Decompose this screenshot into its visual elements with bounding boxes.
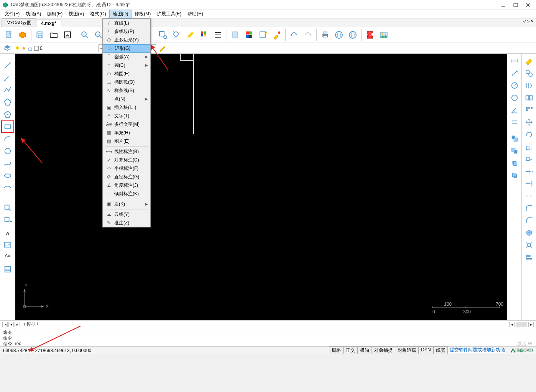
- dim-angle-tool[interactable]: [508, 104, 521, 116]
- drawing-canvas[interactable]: YX 100700 0300: [15, 54, 507, 320]
- feedback-link[interactable]: 提交软件问题或增加新功能: [447, 346, 507, 354]
- add-block-tool[interactable]: +: [1, 214, 14, 226]
- draw-menu-dimdia[interactable]: ⊘直径标注(G): [103, 173, 150, 181]
- new-button[interactable]: [2, 28, 15, 41]
- align-tool[interactable]: [523, 251, 536, 264]
- menu-help[interactable]: 帮助(H): [184, 10, 206, 18]
- save-button[interactable]: [33, 28, 46, 41]
- image-button[interactable]: [377, 28, 390, 41]
- draw-menu-block[interactable]: ▣插入块(I...): [103, 103, 150, 112]
- lineweight-toggle[interactable]: 线宽: [433, 346, 448, 354]
- menu-format[interactable]: 格式(O): [87, 10, 109, 18]
- draw-menu-hatch[interactable]: ▦填充(H): [103, 128, 150, 137]
- zoom-extents-button[interactable]: [170, 28, 183, 41]
- draw-menu-dimobl[interactable]: ⟋倾斜标注(K): [103, 189, 150, 198]
- command-line[interactable]: 命令: 命令: 命令: rec: [0, 328, 536, 346]
- dim-radius-tool[interactable]: [508, 79, 521, 92]
- mirror-tool[interactable]: [523, 79, 536, 92]
- break-tool[interactable]: [523, 190, 536, 202]
- dim-parallel-tool[interactable]: [508, 116, 521, 128]
- mtext-tool[interactable]: A≡: [1, 251, 14, 263]
- move-back-tool[interactable]: [508, 145, 521, 157]
- draw-menu-ellipse[interactable]: ⬭椭圆(E): [103, 69, 150, 78]
- layer-state[interactable]: 0: [15, 46, 43, 51]
- draw-menu-cloud[interactable]: ☁云线(Y): [103, 210, 150, 219]
- eraser-tool[interactable]: [523, 55, 536, 67]
- menu-edit[interactable]: 编辑(E): [44, 10, 66, 18]
- draw-menu-blockk[interactable]: ▣块(K)▶: [103, 200, 150, 208]
- ortho-toggle[interactable]: 正交: [343, 346, 358, 354]
- web2-button[interactable]: [346, 28, 359, 41]
- draw-menu-polyline[interactable]: ⌇多线段(P): [103, 27, 150, 36]
- draw-menu-circle[interactable]: ○圆(C)▶: [103, 61, 150, 69]
- menu-function[interactable]: 功能(A): [23, 10, 44, 18]
- tab-file[interactable]: 4.mxg*: [36, 20, 61, 27]
- draw-menu-mtext[interactable]: A≡多行文字(M): [103, 120, 150, 128]
- trim-tool[interactable]: [523, 165, 536, 178]
- tab-close-icon[interactable]: ✕: [531, 19, 534, 23]
- layers-button[interactable]: [2, 44, 12, 53]
- array-tool[interactable]: [523, 104, 536, 116]
- draw-menu-polygon[interactable]: ⬠正多边形(Y): [103, 36, 150, 44]
- maximize-button[interactable]: [513, 2, 518, 8]
- send-backward-tool[interactable]: [508, 169, 521, 181]
- dim-diameter-tool[interactable]: [508, 92, 521, 104]
- layout-first-button[interactable]: |◂: [2, 322, 8, 327]
- draw-menu-line[interactable]: /直线(L): [103, 19, 150, 27]
- menu-draw[interactable]: 绘图(D): [109, 10, 132, 18]
- circle-tool[interactable]: [1, 145, 14, 157]
- rectangle-tool[interactable]: [1, 120, 14, 133]
- new3d-button[interactable]: [16, 28, 29, 41]
- draw-menu-earc[interactable]: ⌓椭圆弧(O): [103, 78, 150, 86]
- ray-tool[interactable]: [1, 71, 14, 84]
- zoom-window-button[interactable]: [156, 28, 169, 41]
- web-button[interactable]: [332, 28, 345, 41]
- ellipse-tool[interactable]: [1, 170, 14, 182]
- clipboard-button[interactable]: [229, 28, 242, 41]
- layout-prev-button[interactable]: ◂: [8, 322, 14, 327]
- ellipse-arc-tool[interactable]: [1, 182, 14, 194]
- draw-menu-spline[interactable]: ∿样条线(S): [103, 86, 150, 95]
- print-button[interactable]: [319, 28, 332, 41]
- polygon-tool[interactable]: [1, 96, 14, 108]
- hscroll-right[interactable]: ▸: [528, 322, 534, 327]
- offset-tool[interactable]: [523, 92, 536, 104]
- pencil-icon[interactable]: [158, 44, 167, 53]
- tab-prev-icon[interactable]: ◁: [523, 19, 526, 23]
- dyn-toggle[interactable]: DYN: [418, 346, 433, 354]
- hscroll-track[interactable]: [516, 322, 527, 327]
- menu-file[interactable]: 文件(F): [2, 10, 23, 18]
- dim-linear-tool[interactable]: [508, 55, 521, 67]
- line-tool[interactable]: [1, 59, 14, 71]
- text-tool[interactable]: A: [1, 226, 14, 239]
- highlight-button[interactable]: [184, 28, 197, 41]
- brush-button[interactable]: [270, 28, 283, 41]
- zoom-in-button[interactable]: [78, 28, 91, 41]
- palette-button[interactable]: [198, 28, 211, 41]
- bring-forward-tool[interactable]: [508, 157, 521, 169]
- draw-menu-dimang[interactable]: ∠角度标注(J): [103, 181, 150, 189]
- draw-menu-text[interactable]: A文字(T): [103, 112, 150, 120]
- move-tool[interactable]: [523, 116, 536, 128]
- draw-menu-dimalign[interactable]: ⤢对齐标注(D): [103, 156, 150, 164]
- list-button[interactable]: [212, 28, 225, 41]
- image-tool[interactable]: [1, 239, 14, 251]
- scale-tool[interactable]: [523, 141, 536, 153]
- spline-tool[interactable]: [1, 157, 14, 170]
- fillet-tool[interactable]: [523, 202, 536, 214]
- redo-button[interactable]: [301, 28, 314, 41]
- command-input[interactable]: rec: [15, 341, 21, 346]
- model-tab[interactable]: \ 模型 /: [21, 321, 41, 328]
- snap-grid-toggle[interactable]: 栅格: [329, 346, 344, 354]
- insert-block-tool[interactable]: [1, 202, 14, 214]
- draw-menu-dimrad[interactable]: ◠半径标注(F): [103, 164, 150, 173]
- menu-exttools[interactable]: 扩展工具(E): [154, 10, 184, 18]
- layout-next-button[interactable]: ▸: [15, 322, 20, 327]
- saveas-button[interactable]: [61, 28, 74, 41]
- hscroll-left[interactable]: ◂: [509, 322, 515, 327]
- arc-tool[interactable]: [1, 133, 14, 145]
- tab-next-icon[interactable]: ▷: [527, 19, 530, 23]
- otrack-toggle[interactable]: 对象追踪: [395, 346, 419, 354]
- hatch-tool[interactable]: [1, 263, 14, 275]
- polygon2-tool[interactable]: [1, 108, 14, 120]
